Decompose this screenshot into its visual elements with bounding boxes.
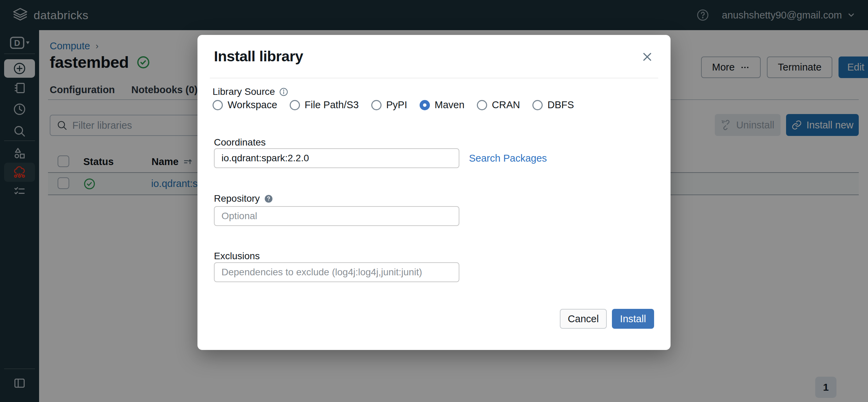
help-filled-icon bbox=[264, 194, 273, 203]
exclusions-input[interactable] bbox=[214, 262, 459, 282]
radio-circle bbox=[290, 100, 300, 110]
radio-circle bbox=[371, 100, 382, 110]
radio-file-path-s3[interactable]: File Path/S3 bbox=[290, 99, 359, 111]
radio-workspace-label: Workspace bbox=[228, 99, 277, 111]
radio-cran-label: CRAN bbox=[492, 99, 520, 111]
radio-workspace[interactable]: Workspace bbox=[213, 99, 277, 111]
radio-circle-selected bbox=[420, 100, 430, 110]
databricks-screen: databricks anushshetty90@gmail.com D bbox=[0, 0, 868, 402]
modal-title: Install library bbox=[214, 48, 303, 65]
radio-maven-label: Maven bbox=[435, 99, 465, 111]
install-library-modal: Install library Library Source Workspace… bbox=[197, 35, 671, 350]
library-source-label: Library Source bbox=[213, 86, 288, 97]
radio-maven[interactable]: Maven bbox=[420, 99, 465, 111]
modal-close-button[interactable] bbox=[640, 49, 655, 64]
radio-circle bbox=[213, 100, 223, 110]
radio-circle bbox=[532, 100, 543, 110]
radio-circle bbox=[477, 100, 487, 110]
cancel-button[interactable]: Cancel bbox=[560, 309, 607, 329]
library-source-radio-group: Workspace File Path/S3 PyPI Maven CRAN D… bbox=[213, 99, 574, 111]
radio-dbfs[interactable]: DBFS bbox=[532, 99, 574, 111]
info-icon bbox=[279, 87, 288, 97]
radio-cran[interactable]: CRAN bbox=[477, 99, 520, 111]
modal-header-divider bbox=[210, 78, 658, 78]
search-packages-link[interactable]: Search Packages bbox=[469, 153, 547, 164]
install-button[interactable]: Install bbox=[612, 309, 654, 329]
close-icon bbox=[641, 51, 653, 63]
coordinates-label: Coordinates bbox=[214, 137, 266, 148]
coordinates-input[interactable] bbox=[214, 148, 459, 168]
radio-dbfs-label: DBFS bbox=[547, 99, 574, 111]
repository-label: Repository bbox=[214, 193, 273, 204]
radio-pypi[interactable]: PyPI bbox=[371, 99, 407, 111]
radio-file-path-s3-label: File Path/S3 bbox=[305, 99, 359, 111]
exclusions-label: Exclusions bbox=[214, 251, 260, 262]
library-source-label-text: Library Source bbox=[213, 86, 275, 97]
radio-pypi-label: PyPI bbox=[386, 99, 407, 111]
repository-label-text: Repository bbox=[214, 193, 260, 204]
repository-input[interactable] bbox=[214, 206, 459, 226]
